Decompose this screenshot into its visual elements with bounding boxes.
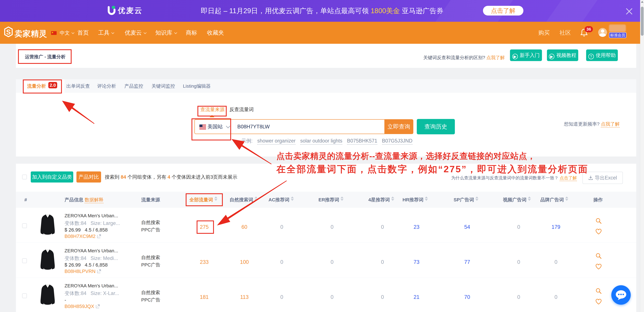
svg-text:S: S [6,28,11,36]
